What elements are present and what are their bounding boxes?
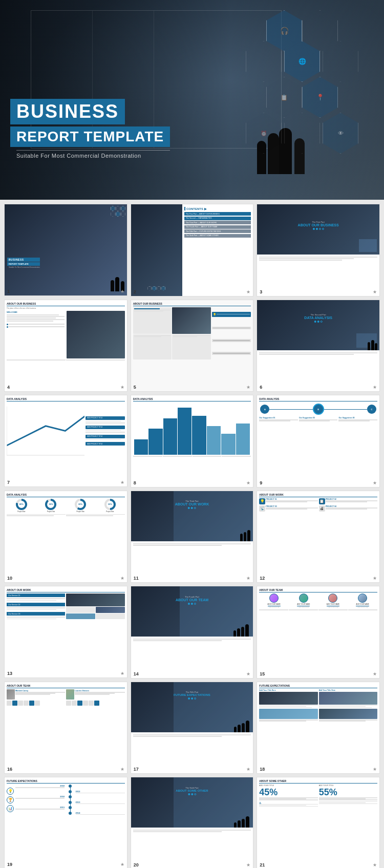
slide-star-4: ★ xyxy=(120,385,124,390)
hero-title-line2: REPORT TEMPLATE xyxy=(10,126,170,147)
slide-num-16: 16 xyxy=(7,767,12,772)
slide-star-18: ★ xyxy=(373,767,377,772)
slide-thumb-7[interactable]: DATA ANALYSIS ADD PROJECT TITLE ADD PROJ… xyxy=(4,395,127,487)
slide-thumb-1[interactable]: BUSINESS REPORT TEMPLATE Suitable For Mo… xyxy=(4,204,127,296)
slide-star-11: ★ xyxy=(246,576,250,581)
slide-star-3: ★ xyxy=(373,289,377,294)
slide-star-17: ★ xyxy=(246,767,250,772)
slide-star-20: ★ xyxy=(246,862,250,867)
slide-num-12: 12 xyxy=(260,576,265,581)
slide-star-21: ★ xyxy=(373,862,377,867)
slide-thumb-18[interactable]: FUTURE EXPECTATIONS Add Your Title Here … xyxy=(257,682,380,774)
slide-num-6: 6 xyxy=(260,385,262,390)
hero-title-area: BUSINESS REPORT TEMPLATE Suitable For Mo… xyxy=(10,99,170,159)
slide-thumb-3[interactable]: The First Part ABOUT OUR BUSINESS 3 ★ xyxy=(257,204,380,297)
slide-star-5: ★ xyxy=(246,385,250,390)
slide-star-8: ★ xyxy=(246,480,250,485)
slide-thumb-19[interactable]: FUTURE EXPECTATIONS 💡 🏆 📊 2010 xyxy=(4,777,127,868)
slide-num-17: 17 xyxy=(134,767,139,772)
slide-star-16: ★ xyxy=(120,767,124,772)
slide-num-8: 8 xyxy=(134,480,136,485)
slide-star-6: ★ xyxy=(373,385,377,390)
slide-thumb-13[interactable]: ABOUT OUR WORK Our Service 01 Our Servic… xyxy=(4,586,127,678)
slide-num-10: 10 xyxy=(7,576,12,581)
slide-num-5: 5 xyxy=(134,385,136,390)
slide-num-19: 19 xyxy=(7,862,12,867)
slide-thumb-4[interactable]: ABOUT OUR BUSINESS The place of this is … xyxy=(4,300,127,392)
slide-num-9: 9 xyxy=(260,480,262,485)
slide-thumb-6[interactable]: The Second Part DATA ANALYSIS 6 ★ xyxy=(257,300,380,392)
slide-num-15: 15 xyxy=(260,671,265,676)
slide-star-15: ★ xyxy=(373,671,377,676)
slide-num-18: 18 xyxy=(260,767,265,772)
slide-thumb-14[interactable]: The Fourth Part ABOUT OUR TEAM 14 ★ xyxy=(131,586,254,679)
slide-thumb-10[interactable]: DATA ANALYSIS 80% Project Site 90% Proje… xyxy=(4,491,127,583)
slide-thumb-12[interactable]: ABOUT OUR WORK 💡 PROJECT 01 📋 PROJECT 02 xyxy=(257,491,380,583)
hero-subtitle: Suitable For Most Commercial Demonstrati… xyxy=(16,150,170,159)
slide-thumb-5[interactable]: ABOUT OUR BUSINESS xyxy=(131,300,254,392)
slide-num-2: 2 xyxy=(134,289,136,294)
slide-star-1: ★ xyxy=(120,289,124,294)
slide-num-4: 4 xyxy=(7,385,10,390)
slide-star-13: ★ xyxy=(120,671,124,676)
slide-thumb-8[interactable]: DATA ANALYSIS 8 ★ xyxy=(131,395,254,488)
slide-num-21: 21 xyxy=(260,862,265,867)
slide-star-10: ★ xyxy=(120,576,124,581)
slide-thumb-15[interactable]: ABOUT OUR TEAM ADD YOUR NAME ADD TITLE N… xyxy=(257,586,380,679)
slide-star-9: ★ xyxy=(373,480,377,485)
slide-thumb-9[interactable]: DATA ANALYSIS A B C Our Suggestion 01 Ou… xyxy=(257,395,380,488)
slide-thumb-20[interactable]: The Sixth Part ABOUT SOME OTHER 20 ★ xyxy=(131,777,254,868)
slide-num-20: 20 xyxy=(134,862,139,867)
slide-star-19: ★ xyxy=(120,862,124,867)
slide-star-2: ★ xyxy=(246,289,250,294)
slide-num-13: 13 xyxy=(7,671,12,676)
hero-title-line1: BUSINESS xyxy=(10,99,125,124)
thumbnail-grid: BUSINESS REPORT TEMPLATE Suitable For Mo… xyxy=(0,200,384,868)
slide-num-1: 1 xyxy=(7,289,10,294)
slide-num-14: 14 xyxy=(134,671,139,676)
slide-star-14: ★ xyxy=(246,671,250,676)
hex-decoration-grid: 🎧 🌐 📋 📍 ⏰ 👁 xyxy=(236,5,379,179)
slide-thumb-16[interactable]: ABOUT OUR TEAM Mariah Carey xyxy=(4,682,127,774)
slide-num-7: 7 xyxy=(7,480,10,485)
slide-thumb-2[interactable]: CONTENTS ▶ The First Part — ABOUT OUR BU… xyxy=(131,204,254,297)
slide-thumb-11[interactable]: The Third Part ABOUT OUR WORK 11 ★ xyxy=(131,491,254,583)
hero-slide: 🎧 🌐 📋 📍 ⏰ 👁 BUSINESS REPORT TEMPLATE Sui… xyxy=(0,0,384,200)
slide-num-11: 11 xyxy=(134,576,139,581)
slide-thumb-21[interactable]: ABOUT SOME OTHER ADD YOUR TITLE 45% & xyxy=(257,777,380,868)
slide-thumb-17[interactable]: The Fifth Part FUTURE EXPECTATIONS 17 ★ xyxy=(131,682,254,774)
slide-star-7: ★ xyxy=(120,480,124,485)
slide-star-12: ★ xyxy=(373,576,377,581)
slide-num-3: 3 xyxy=(260,289,262,294)
